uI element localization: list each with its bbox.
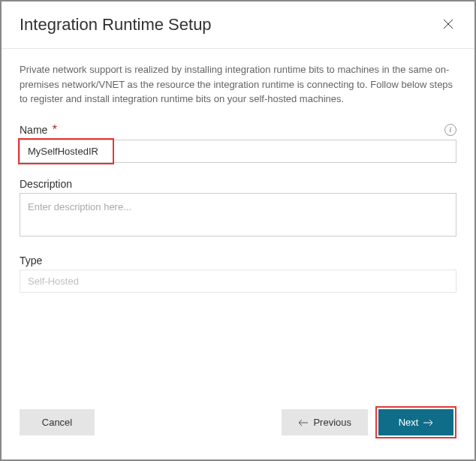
next-highlight: Next bbox=[375, 406, 456, 438]
next-button[interactable]: Next bbox=[378, 409, 453, 435]
close-icon bbox=[443, 19, 453, 29]
next-label: Next bbox=[399, 417, 419, 428]
cancel-button[interactable]: Cancel bbox=[20, 409, 95, 435]
description-label: Description bbox=[20, 178, 72, 190]
required-marker: * bbox=[53, 123, 57, 136]
close-button[interactable] bbox=[440, 15, 456, 35]
info-icon[interactable]: i bbox=[444, 124, 456, 136]
intro-text: Private network support is realized by i… bbox=[20, 62, 456, 107]
type-field: Type Self-Hosted bbox=[20, 255, 456, 293]
previous-label: Previous bbox=[313, 417, 351, 428]
description-input[interactable] bbox=[20, 193, 456, 237]
previous-button[interactable]: Previous bbox=[282, 409, 368, 435]
arrow-left-icon bbox=[298, 419, 309, 426]
name-field: Name * i bbox=[20, 123, 456, 163]
arrow-right-icon bbox=[423, 419, 433, 426]
type-value: Self-Hosted bbox=[20, 270, 456, 293]
name-input[interactable] bbox=[20, 140, 456, 163]
description-field: Description bbox=[20, 178, 456, 240]
name-label: Name bbox=[20, 124, 47, 136]
type-label: Type bbox=[20, 255, 42, 267]
page-title: Integration Runtime Setup bbox=[20, 15, 212, 35]
